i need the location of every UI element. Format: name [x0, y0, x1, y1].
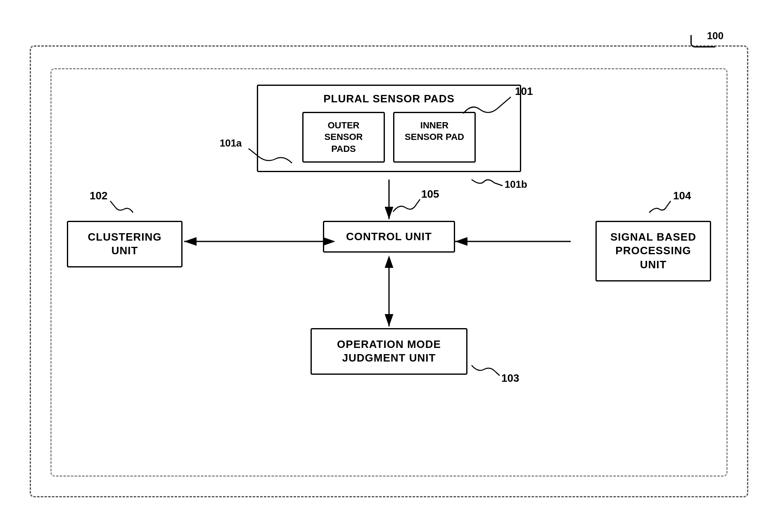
control-unit-box: CONTROL UNIT	[323, 221, 455, 253]
operation-unit-box: OPERATION MODE JUDGMENT UNIT	[311, 328, 467, 375]
signal-unit-label: SIGNAL BASED PROCESSING UNIT	[610, 231, 696, 271]
outer-sensor-pad-box: OUTER SENSOR PADS	[302, 112, 385, 163]
plural-sensor-pads-title: PLURAL SENSOR PADS	[266, 92, 512, 105]
inner-sensor-pad-box: INNER SENSOR PAD	[393, 112, 476, 163]
control-unit-label: CONTROL UNIT	[346, 230, 432, 243]
clustering-unit-box: CLUSTERING UNIT	[67, 221, 183, 268]
diagram-container: 100 PLURAL SENSOR PADS OUTER SENSOR PADS…	[17, 23, 761, 510]
operation-unit-label: OPERATION MODE JUDGMENT UNIT	[337, 338, 441, 364]
outer-sensor-pad-label: OUTER SENSOR PADS	[325, 120, 363, 154]
clustering-unit-label: CLUSTERING UNIT	[88, 231, 162, 257]
ref-100-line	[690, 35, 715, 47]
sensor-pads-inner: OUTER SENSOR PADS INNER SENSOR PAD	[266, 112, 512, 163]
plural-sensor-pads-box: PLURAL SENSOR PADS OUTER SENSOR PADS INN…	[257, 85, 521, 173]
inner-sensor-pad-label: INNER SENSOR PAD	[405, 120, 464, 142]
signal-unit-box: SIGNAL BASED PROCESSING UNIT	[595, 221, 711, 281]
